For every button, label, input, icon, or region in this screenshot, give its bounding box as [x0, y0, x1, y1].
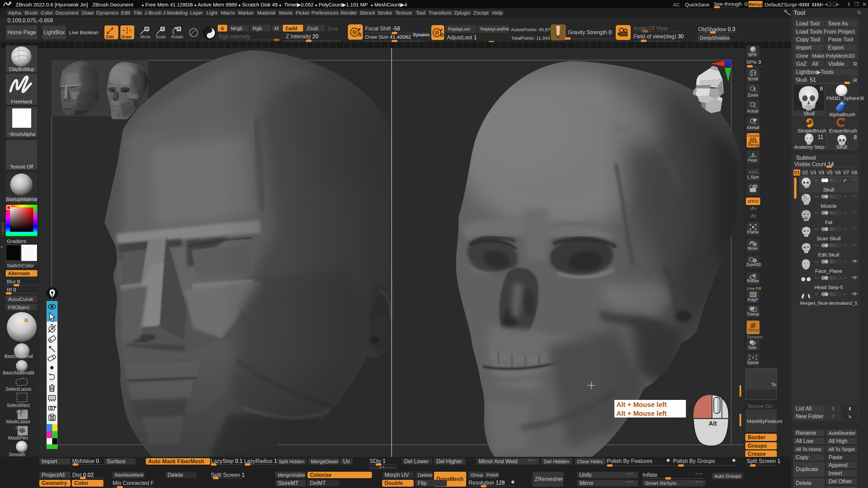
svg-text:M: M	[145, 27, 148, 31]
svg-text:x1: x1	[753, 102, 756, 105]
svg-text:Alt + Mouse left: Alt + Mouse left	[616, 410, 667, 417]
svg-text:Alt: Alt	[709, 420, 717, 427]
svg-text:S: S	[161, 27, 164, 31]
svg-text:D: D	[440, 32, 444, 38]
svg-text:R: R	[178, 27, 180, 31]
svg-text:S: S	[358, 32, 362, 37]
svg-text:Alt + Mouse left: Alt + Mouse left	[616, 401, 667, 408]
